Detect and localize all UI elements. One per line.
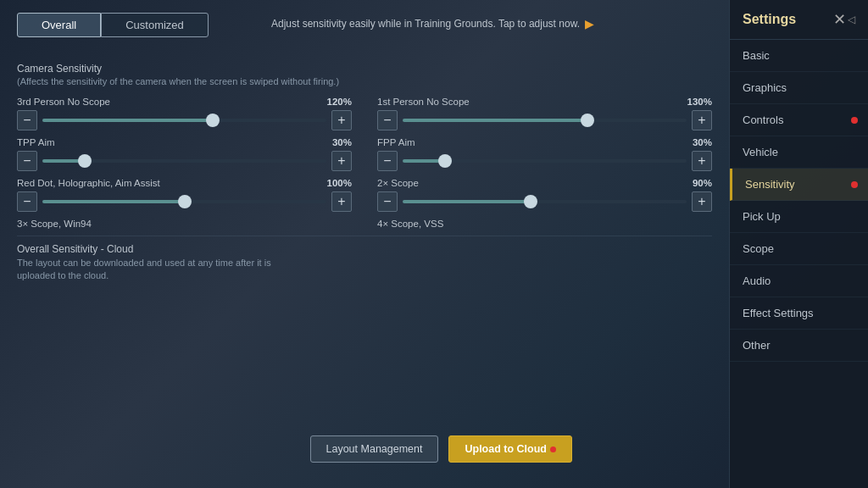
audio-icon: ◁ [848, 14, 855, 25]
slider-thumb-red-dot[interactable] [178, 195, 192, 208]
training-notice[interactable]: Adjust sensitivity easily while in Train… [271, 17, 712, 30]
slider-increase-3rd-person[interactable]: + [331, 110, 352, 130]
cloud-info-desc: The layout can be downloaded and used at… [17, 257, 305, 283]
slider-label-3rd-person: 3rd Person No Scope [17, 97, 110, 107]
slider-group-red-dot: Red Dot, Holographic, Aim Assist 100% − … [17, 178, 352, 212]
extra-labels: 3× Scope, Win94 4× Scope, VSS [17, 219, 712, 229]
slider-decrease-tpp-aim[interactable]: − [17, 151, 37, 171]
slider-fill-1st-person [403, 119, 587, 122]
slider-group-tpp-aim: TPP Aim 30% − + [17, 137, 352, 171]
upload-btn-dot [550, 446, 556, 452]
slider-fill-red-dot [42, 200, 185, 203]
label-3x-scope: 3× Scope, Win94 [17, 219, 352, 229]
slider-row-fpp-aim: − + [377, 151, 712, 171]
slider-increase-1st-person[interactable]: + [692, 110, 712, 130]
sidebar-item-other[interactable]: Other [730, 330, 868, 362]
slider-value-1st-person: 130% [687, 97, 712, 107]
sidebar-item-basic[interactable]: Basic [730, 40, 868, 72]
sidebar-title: Settings [743, 12, 796, 27]
divider [17, 236, 712, 236]
slider-track-fpp-aim[interactable] [403, 159, 687, 163]
slider-increase-tpp-aim[interactable]: + [331, 151, 352, 171]
sidebar-item-controls-label: Controls [743, 114, 783, 126]
slider-thumb-tpp-aim[interactable] [78, 154, 92, 168]
upload-btn-label: Upload to Cloud [465, 443, 547, 455]
sidebar-item-pickup[interactable]: Pick Up [730, 201, 868, 233]
sidebar-item-audio[interactable]: Audio [730, 265, 868, 297]
slider-value-red-dot: 100% [327, 178, 352, 188]
slider-fill-2x-scope [403, 200, 531, 203]
tab-overall[interactable]: Overall [17, 13, 101, 37]
sidebar-item-scope[interactable]: Scope [730, 233, 868, 265]
sidebar-item-basic-label: Basic [743, 49, 770, 62]
training-notice-arrow: ▶ [585, 17, 594, 30]
slider-increase-fpp-aim[interactable]: + [692, 151, 712, 171]
slider-thumb-fpp-aim[interactable] [438, 154, 452, 168]
slider-value-fpp-aim: 30% [693, 137, 712, 147]
slider-fill-3rd-person [42, 119, 213, 122]
slider-thumb-3rd-person[interactable] [206, 114, 220, 127]
sidebar-item-other-label: Other [743, 339, 771, 352]
slider-increase-2x-scope[interactable]: + [692, 191, 712, 212]
camera-sensitivity-label: Camera Sensitivity [17, 63, 712, 75]
sidebar-item-effect-settings-label: Effect Settings [743, 307, 814, 319]
slider-label-2x-scope: 2× Scope [377, 178, 419, 188]
slider-thumb-1st-person[interactable] [581, 114, 594, 127]
slider-track-3rd-person[interactable] [42, 119, 326, 122]
cloud-section: Overall Sensitivity - Cloud The layout c… [17, 243, 712, 283]
slider-decrease-3rd-person[interactable]: − [17, 110, 37, 130]
slider-decrease-1st-person[interactable]: − [377, 110, 398, 130]
slider-label-1st-person: 1st Person No Scope [377, 97, 470, 107]
sidebar-item-vehicle-label: Vehicle [743, 146, 778, 158]
slider-row-2x-scope: − + [377, 191, 712, 212]
slider-label-red-dot: Red Dot, Holographic, Aim Assist [17, 178, 160, 188]
slider-group-1st-person: 1st Person No Scope 130% − + [377, 97, 712, 130]
sidebar-item-graphics-label: Graphics [743, 81, 787, 94]
sidebar-item-scope-label: Scope [743, 242, 774, 255]
slider-group-2x-scope: 2× Scope 90% − + [377, 178, 712, 212]
slider-decrease-red-dot[interactable]: − [17, 191, 37, 212]
slider-decrease-2x-scope[interactable]: − [377, 191, 398, 212]
cloud-info-label: Overall Sensitivity - Cloud [17, 243, 712, 255]
slider-row-3rd-person: − + [17, 110, 352, 130]
slider-label-tpp-aim: TPP Aim [17, 137, 55, 147]
slider-decrease-fpp-aim[interactable]: − [377, 151, 398, 171]
tab-customized[interactable]: Customized [101, 13, 209, 37]
controls-notification-dot [851, 117, 858, 124]
sidebar-item-sensitivity-label: Sensitivity [745, 178, 795, 191]
slider-label-fpp-aim: FPP Aim [377, 137, 415, 147]
action-buttons: Layout Management Upload to Cloud [310, 435, 572, 463]
slider-thumb-2x-scope[interactable] [524, 195, 537, 208]
sliders-grid: 3rd Person No Scope 120% − + 1st Person … [17, 97, 712, 212]
camera-sensitivity-sublabel: (Affects the sensitivity of the camera w… [17, 76, 712, 86]
slider-track-2x-scope[interactable] [403, 200, 687, 203]
label-4x-scope: 4× Scope, VSS [377, 219, 712, 229]
slider-track-1st-person[interactable] [403, 119, 687, 122]
sidebar-items-list: Basic Graphics Controls Vehicle Sensitiv… [730, 40, 868, 488]
slider-row-1st-person: − + [377, 110, 712, 130]
sidebar-item-audio-label: Audio [743, 274, 771, 287]
slider-value-3rd-person: 120% [327, 97, 352, 107]
sidebar-header: Settings ✕ ◁ [730, 0, 868, 40]
upload-to-cloud-button[interactable]: Upload to Cloud [448, 435, 572, 463]
sidebar-item-controls[interactable]: Controls [730, 104, 868, 136]
sidebar-item-vehicle[interactable]: Vehicle [730, 136, 868, 169]
close-button[interactable]: ✕ ◁ [833, 10, 855, 29]
main-content: Overall Customized Adjust sensitivity ea… [0, 0, 729, 488]
slider-group-fpp-aim: FPP Aim 30% − + [377, 137, 712, 171]
sidebar-item-effect-settings[interactable]: Effect Settings [730, 297, 868, 330]
slider-value-2x-scope: 90% [693, 178, 712, 188]
slider-track-tpp-aim[interactable] [42, 159, 326, 163]
layout-management-button[interactable]: Layout Management [310, 435, 439, 463]
close-icon: ✕ [833, 10, 846, 29]
slider-row-red-dot: − + [17, 191, 352, 212]
slider-increase-red-dot[interactable]: + [331, 191, 352, 212]
training-notice-text: Adjust sensitivity easily while in Train… [271, 18, 580, 30]
sidebar-item-graphics[interactable]: Graphics [730, 72, 868, 104]
sidebar-item-sensitivity[interactable]: Sensitivity [730, 169, 868, 201]
sensitivity-notification-dot [851, 181, 858, 188]
sidebar-item-pickup-label: Pick Up [743, 210, 781, 223]
sidebar: Settings ✕ ◁ Basic Graphics Controls Veh… [729, 0, 868, 488]
slider-track-red-dot[interactable] [42, 200, 326, 203]
slider-value-tpp-aim: 30% [332, 137, 352, 147]
